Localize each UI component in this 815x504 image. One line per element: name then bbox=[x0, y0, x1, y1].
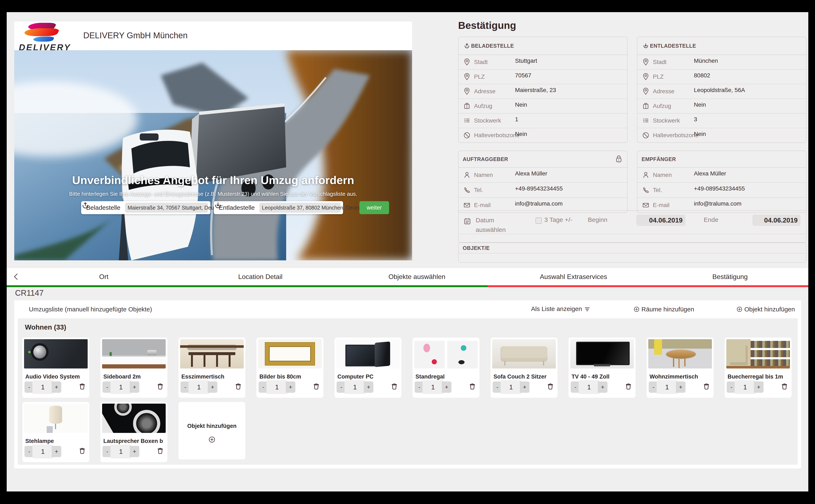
drei-tage-checkbox[interactable] bbox=[536, 217, 542, 224]
object-card-footer: - 1 + bbox=[24, 445, 86, 458]
object-card-footer: - 1 + bbox=[103, 445, 164, 458]
increase-quantity-button[interactable]: + bbox=[364, 381, 373, 393]
quantity-stepper: - 1 + bbox=[24, 446, 61, 457]
empfaenger-panel-header: EMPFÄNGER bbox=[642, 156, 676, 162]
tab-bestaetigung[interactable]: Bestätigung bbox=[652, 273, 808, 281]
row-value: Alexa Müller bbox=[694, 170, 726, 177]
delete-object-button[interactable] bbox=[234, 382, 242, 391]
location-pin-icon bbox=[463, 73, 474, 81]
row-label: Stadt bbox=[474, 59, 488, 65]
delete-object-button[interactable] bbox=[702, 382, 711, 391]
delete-object-button[interactable] bbox=[78, 447, 86, 456]
tab-auswahl-extraservices[interactable]: Auswahl Extraservices bbox=[495, 273, 652, 281]
increase-quantity-button[interactable]: + bbox=[52, 446, 61, 457]
location-pin-icon bbox=[463, 58, 474, 66]
auftraggeber-panel-header: AUFTRAGGEBER bbox=[463, 156, 508, 162]
hero-image: Unverbindliches Angebot für Ihren Umzug … bbox=[14, 50, 412, 260]
object-card-footer: - 1 + bbox=[415, 380, 477, 394]
object-card-footer: - 1 + bbox=[103, 380, 164, 394]
objekt-hinzufuegen-button[interactable]: Objekt hinzufügen bbox=[736, 306, 795, 313]
object-thumbnail bbox=[726, 339, 790, 368]
add-object-card[interactable]: Objekt hinzufügen bbox=[178, 402, 245, 459]
object-thumbnail bbox=[102, 404, 166, 433]
page-background: DELIVERY DELIVERY GmbH München bbox=[7, 12, 808, 491]
increase-quantity-button[interactable]: + bbox=[286, 381, 295, 393]
beladestelle-field[interactable]: Beladestelle Maierstraße 34, 70567 Stutt… bbox=[81, 201, 210, 214]
row-label: Stadt bbox=[653, 59, 666, 65]
increase-quantity-button[interactable]: + bbox=[754, 381, 764, 393]
upload-icon bbox=[463, 42, 471, 50]
delete-object-button[interactable] bbox=[312, 382, 320, 391]
entladestelle-input[interactable]: Leopoldstraße 37, 80802 München, Deutsch… bbox=[259, 203, 341, 213]
increase-quantity-button[interactable]: + bbox=[130, 446, 139, 457]
object-name: Lautsprecher Boxen b bbox=[103, 438, 163, 444]
quantity-stepper: - 1 + bbox=[181, 381, 217, 393]
increase-quantity-button[interactable]: + bbox=[442, 381, 451, 393]
tel-row: Tel.+49-89543234455 bbox=[459, 183, 627, 198]
add-object-label: Objekt hinzufügen bbox=[178, 423, 245, 429]
quantity-stepper: - 1 + bbox=[337, 381, 373, 393]
phone-icon bbox=[463, 186, 474, 194]
quantity-value: 1 bbox=[423, 380, 443, 394]
beladestelle-input[interactable]: Maierstraße 34, 70567 Stuttgart, Deutsch… bbox=[125, 203, 208, 213]
location-pin-icon bbox=[642, 73, 653, 81]
beginn-date-input[interactable]: 04.06.2019 bbox=[636, 215, 686, 226]
increase-quantity-button[interactable]: + bbox=[208, 381, 217, 393]
brand-header: DELIVERY DELIVERY GmbH München bbox=[14, 22, 412, 50]
increase-quantity-button[interactable]: + bbox=[598, 381, 607, 393]
tab-ort[interactable]: Ort bbox=[26, 273, 182, 281]
row-value: 1 bbox=[515, 116, 518, 123]
als-liste-anzeigen-button[interactable]: Als Liste anzeigen bbox=[531, 305, 591, 313]
delete-object-button[interactable] bbox=[624, 382, 633, 391]
increase-quantity-button[interactable]: + bbox=[520, 381, 529, 393]
entladestelle-field[interactable]: Entladestelle Leopoldstraße 37, 80802 Mü… bbox=[214, 201, 343, 214]
delete-object-button[interactable] bbox=[546, 382, 555, 391]
row-label: Tel. bbox=[474, 187, 483, 193]
tab-objekte-auswaehlen[interactable]: Objekte auswählen bbox=[339, 273, 495, 281]
increase-quantity-button[interactable]: + bbox=[52, 381, 61, 393]
quantity-value: 1 bbox=[579, 380, 600, 394]
delete-object-button[interactable] bbox=[780, 382, 789, 391]
stadt-row: StadtStuttgart bbox=[459, 55, 627, 70]
quantity-value: 1 bbox=[32, 380, 53, 394]
object-card-footer: - 1 + bbox=[727, 380, 789, 394]
row-value: Nein bbox=[515, 131, 527, 137]
increase-quantity-button[interactable]: + bbox=[676, 381, 686, 393]
namen-row: NamenAlexa Müller bbox=[637, 168, 806, 183]
no-stopping-icon bbox=[642, 131, 653, 139]
adresse-row: AdresseLeopoldstraße, 56A bbox=[637, 84, 806, 99]
progress-remaining bbox=[488, 285, 808, 287]
hero-title: Unverbindliches Angebot für Ihren Umzug … bbox=[14, 174, 412, 187]
object-name: Stehlampe bbox=[25, 438, 54, 444]
delete-object-button[interactable] bbox=[156, 382, 164, 391]
row-value: München bbox=[694, 58, 718, 64]
raeume-hinzufuegen-button[interactable]: Räume hinzufügen bbox=[633, 306, 694, 313]
back-button[interactable] bbox=[7, 272, 26, 281]
room-group-title: Wohnen (33) bbox=[25, 323, 66, 331]
delete-object-button[interactable] bbox=[78, 382, 86, 391]
trash-icon bbox=[78, 447, 86, 455]
beladestelle-label: Beladestelle bbox=[86, 204, 120, 211]
delete-object-button[interactable] bbox=[390, 382, 399, 391]
weiter-button[interactable]: weiter bbox=[359, 201, 389, 214]
object-card-footer: - 1 + bbox=[181, 380, 242, 394]
tab-location-detail[interactable]: Location Detail bbox=[182, 273, 338, 281]
delete-object-button[interactable] bbox=[468, 382, 477, 391]
phone-icon bbox=[642, 186, 653, 194]
objekte-panel-header: OBJEKT/E bbox=[463, 245, 490, 251]
object-card: Esszimmertisch - 1 + bbox=[178, 338, 245, 398]
increase-quantity-button[interactable]: + bbox=[130, 381, 139, 393]
auftraggeber-panel: AUFTRAGGEBER NamenAlexa Müller Tel.+49-8… bbox=[458, 151, 628, 213]
object-name: Wohnzimmertisch bbox=[650, 374, 698, 380]
umzugsliste-panel: Umzugsliste (manuell hinzugefügte Objekt… bbox=[14, 300, 801, 468]
object-name: Sideboard 2m bbox=[103, 374, 141, 380]
stockwerk-row: Stockwerk3 bbox=[637, 114, 806, 128]
row-value: Nein bbox=[694, 101, 706, 108]
quantity-value: 1 bbox=[188, 380, 209, 394]
object-card: Buecherregal bis 1m - 1 + bbox=[725, 338, 792, 398]
ende-date-input[interactable]: 04.06.2019 bbox=[752, 215, 801, 226]
objects-section: Wohnen (33) Audio Video System - 1 + Sid… bbox=[18, 318, 798, 465]
row-value: Nein bbox=[694, 131, 706, 137]
delete-object-button[interactable] bbox=[156, 447, 164, 456]
quantity-stepper: - 1 + bbox=[103, 446, 139, 457]
